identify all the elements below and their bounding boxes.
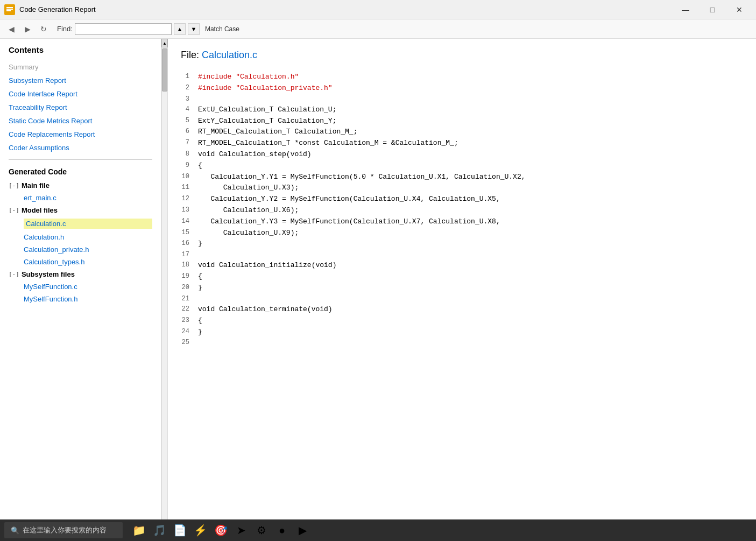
line-number: 20 (181, 283, 198, 294)
code-line: 13 Calculation_U.X6); (181, 205, 743, 216)
svg-rect-3 (6, 7, 13, 8)
model-file-link[interactable]: Calculation_types.h (24, 258, 152, 266)
code-block: 1#include "Calculation.h"2#include "Calc… (181, 72, 743, 348)
titlebar: Code Generation Report — □ ✕ (0, 0, 756, 19)
line-number: 8 (181, 149, 198, 160)
scroll-thumb[interactable] (162, 48, 167, 92)
taskbar-search-text: 在这里输入你要搜索的内容 (23, 525, 107, 535)
file-link[interactable]: Calculation.c (202, 50, 257, 60)
scroll-up-btn[interactable]: ▲ (161, 39, 168, 47)
forward-button[interactable]: ▶ (20, 22, 34, 36)
line-code: } (198, 238, 202, 250)
code-line: 24} (181, 327, 743, 338)
code-line: 3 (181, 94, 743, 104)
line-number: 21 (181, 294, 198, 304)
model-files-toggle[interactable]: [-] (9, 207, 19, 214)
sidebar-scrollbar[interactable]: ▲ (161, 39, 168, 519)
generated-code-title: Generated Code (9, 167, 152, 176)
code-interface-report-link[interactable]: Code Interface Report (9, 90, 152, 98)
app-icon (4, 4, 15, 15)
subsystem-files-label: Subsystem files (22, 270, 75, 278)
content-area: File: Calculation.c 1#include "Calculati… (168, 39, 756, 519)
matlab-icon[interactable]: ▶ (294, 522, 311, 539)
model-file-link[interactable]: Calculation_private.h (24, 245, 152, 254)
main-area: Contents Summary Subsystem Report Code I… (0, 39, 756, 519)
taskbar: 🔍 在这里输入你要搜索的内容 📁🎵📄⚡🎯➤⚙●▶ (0, 519, 756, 541)
line-number: 14 (181, 216, 198, 228)
line-number: 4 (181, 104, 198, 116)
code-line: 12 Calculation_Y.Y2 = MySelfFunction(Cal… (181, 194, 743, 205)
line-code: RT_MODEL_Calculation_T *const Calculatio… (198, 138, 458, 149)
media-player-icon[interactable]: 🎵 (151, 522, 168, 539)
file-explorer-icon[interactable]: 📁 (130, 522, 147, 539)
line-code: } (198, 283, 202, 294)
svg-rect-2 (6, 10, 11, 11)
contents-title: Contents (9, 45, 152, 54)
arrow-icon[interactable]: ➤ (232, 522, 250, 539)
code-line: 20} (181, 283, 743, 294)
line-number: 7 (181, 138, 198, 149)
settings-icon[interactable]: ⚙ (253, 522, 270, 539)
line-number: 13 (181, 205, 198, 216)
model-files-list: Calculation.cCalculation.hCalculation_pr… (9, 219, 152, 266)
line-number: 24 (181, 327, 198, 338)
line-number: 15 (181, 228, 198, 239)
refresh-button[interactable]: ↻ (37, 22, 51, 36)
code-line: 11 Calculation_U.X3); (181, 182, 743, 194)
code-line: 14 Calculation_Y.Y3 = MySelfFunction(Cal… (181, 216, 743, 228)
code-line: 21 (181, 294, 743, 304)
traceability-report-link[interactable]: Traceability Report (9, 103, 152, 111)
subsystem-file-link[interactable]: MySelfFunction.h (24, 295, 152, 303)
line-code: Calculation_U.X9); (198, 228, 299, 239)
subsystem-report-link[interactable]: Subsystem Report (9, 76, 152, 85)
find-prev-button[interactable]: ▲ (174, 23, 186, 35)
line-code: void Calculation_step(void) (198, 149, 312, 160)
app-icon[interactable]: 🎯 (212, 522, 229, 539)
subsystem-file-link[interactable]: MySelfFunction.c (24, 283, 152, 291)
code-line: 18void Calculation_initialize(void) (181, 260, 743, 271)
back-button[interactable]: ◀ (4, 22, 18, 36)
summary-link[interactable]: Summary (9, 63, 152, 71)
main-file-toggle[interactable]: [-] (9, 182, 19, 189)
maximize-button[interactable]: □ (700, 2, 725, 17)
code-icon[interactable]: ⚡ (192, 522, 209, 539)
line-code: { (198, 271, 202, 283)
match-case-button[interactable]: Match Case (202, 24, 243, 34)
line-number: 3 (181, 94, 198, 104)
sidebar-divider (9, 159, 152, 160)
line-number: 2 (181, 83, 198, 94)
line-number: 1 (181, 72, 198, 83)
subsystem-files-tree-item: [-] Subsystem files (9, 270, 152, 278)
line-code: ExtY_Calculation_T Calculation_Y; (198, 116, 336, 127)
code-line: 4ExtU_Calculation_T Calculation_U; (181, 104, 743, 116)
line-number: 19 (181, 271, 198, 283)
line-number: 10 (181, 172, 198, 183)
subsystem-files-toggle[interactable]: [-] (9, 271, 19, 278)
line-code: Calculation_Y.Y1 = MySelfFunction(5.0 * … (198, 172, 526, 183)
code-replacements-report-link[interactable]: Code Replacements Report (9, 130, 152, 138)
model-file-link[interactable]: Calculation.h (24, 233, 152, 241)
minimize-button[interactable]: — (673, 2, 698, 17)
taskbar-search[interactable]: 🔍 在这里输入你要搜索的内容 (4, 522, 123, 538)
code-line: 1#include "Calculation.h" (181, 72, 743, 83)
close-button[interactable]: ✕ (727, 2, 752, 17)
line-number: 25 (181, 338, 198, 348)
model-file-link[interactable]: Calculation.c (24, 219, 152, 229)
line-number: 5 (181, 116, 198, 127)
ert-main-link[interactable]: ert_main.c (24, 194, 152, 202)
find-next-button[interactable]: ▼ (188, 23, 200, 35)
find-input[interactable] (75, 23, 172, 35)
pdf-icon[interactable]: 📄 (171, 522, 188, 539)
code-line: 16} (181, 238, 743, 250)
toolbar: ◀ ▶ ↻ Find: ▲ ▼ Match Case (0, 19, 756, 39)
line-number: 11 (181, 182, 198, 194)
coder-assumptions-link[interactable]: Coder Assumptions (9, 144, 152, 152)
code-line: 5ExtY_Calculation_T Calculation_Y; (181, 116, 743, 127)
line-code: } (198, 327, 202, 338)
static-code-metrics-link[interactable]: Static Code Metrics Report (9, 117, 152, 125)
line-number: 22 (181, 304, 198, 315)
line-number: 17 (181, 250, 198, 260)
chrome-icon[interactable]: ● (273, 522, 291, 539)
code-line: 10 Calculation_Y.Y1 = MySelfFunction(5.0… (181, 172, 743, 183)
code-line: 7RT_MODEL_Calculation_T *const Calculati… (181, 138, 743, 149)
